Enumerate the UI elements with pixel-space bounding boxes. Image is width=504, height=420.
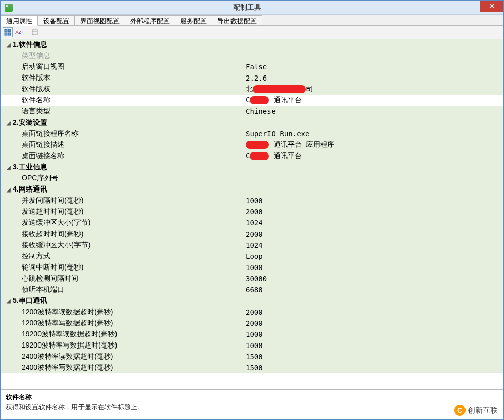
property-value[interactable]: 30000 bbox=[244, 275, 503, 283]
property-row[interactable]: 发送超时时间(毫秒)2000 bbox=[1, 206, 503, 217]
close-button[interactable]: ✕ bbox=[480, 1, 503, 12]
tab-4[interactable]: 服务配置 bbox=[175, 15, 212, 25]
svg-rect-0 bbox=[5, 29, 7, 32]
property-row[interactable]: 2400波特率写数据超时(毫秒)1500 bbox=[1, 362, 503, 373]
property-value[interactable]: 北XXXXXXXXXXXX司 bbox=[244, 85, 503, 94]
property-row[interactable]: 侦听本机端口6688 bbox=[1, 284, 503, 295]
property-value[interactable]: XXXXX 通讯平台 应用程序 bbox=[244, 140, 503, 149]
property-value[interactable]: SuperIO_Run.exe bbox=[244, 130, 503, 138]
property-row[interactable]: 轮询中断时间(毫秒)1000 bbox=[1, 262, 503, 273]
property-row[interactable]: 软件名称CXXXX 通讯平台 bbox=[1, 95, 503, 106]
category-row[interactable]: ◢ 3.工业信息 bbox=[1, 162, 503, 173]
property-row[interactable]: 2400波特率读数据超时(毫秒)1500 bbox=[1, 351, 503, 362]
property-row[interactable]: 1200波特率读数据超时(毫秒)2000 bbox=[1, 307, 503, 318]
property-value[interactable]: Chinese bbox=[244, 107, 503, 116]
redaction-mark: XXXXX bbox=[246, 141, 269, 149]
property-row[interactable]: OPC序列号 bbox=[1, 173, 503, 184]
property-label: 发送缓冲区大小(字节) bbox=[22, 218, 90, 227]
property-label: 桌面链接描述 bbox=[22, 140, 64, 149]
tab-3[interactable]: 外部程序配置 bbox=[125, 15, 175, 25]
property-label: 发送超时时间(毫秒) bbox=[22, 207, 83, 216]
property-row[interactable]: 控制方式Loop bbox=[1, 251, 503, 262]
property-row[interactable]: 桌面链接程序名称SuperIO_Run.exe bbox=[1, 128, 503, 139]
property-pages-button[interactable] bbox=[30, 27, 40, 37]
collapse-icon[interactable]: ◢ bbox=[6, 42, 12, 48]
alphabetical-view-button[interactable]: AZ↓ bbox=[14, 27, 24, 37]
property-row[interactable]: 启动窗口视图False bbox=[1, 61, 503, 72]
property-value[interactable]: 2000 bbox=[244, 230, 503, 238]
property-value[interactable]: False bbox=[244, 63, 503, 71]
property-label: 心跳检测间隔时间 bbox=[22, 274, 79, 283]
property-row[interactable]: 语言类型Chinese bbox=[1, 106, 503, 117]
logo-text: 创新互联 bbox=[468, 406, 498, 415]
svg-rect-2 bbox=[5, 33, 7, 35]
property-label: 19200波特率写数据超时(毫秒) bbox=[22, 341, 117, 350]
property-label: 接收超时时间(毫秒) bbox=[22, 230, 83, 239]
property-row[interactable]: 接收超时时间(毫秒)2000 bbox=[1, 228, 503, 240]
property-row[interactable]: 心跳检测间隔时间30000 bbox=[1, 273, 503, 284]
property-label: 控制方式 bbox=[22, 252, 50, 261]
property-value[interactable]: 1500 bbox=[244, 364, 503, 372]
titlebar[interactable]: 配制工具 ✕ bbox=[1, 1, 503, 15]
window-title: 配制工具 bbox=[16, 3, 503, 12]
property-value[interactable]: 1024 bbox=[244, 219, 503, 227]
property-value[interactable]: 1000 bbox=[244, 197, 503, 205]
property-label: 语言类型 bbox=[22, 107, 50, 116]
redaction-mark: XXXX bbox=[250, 152, 269, 160]
property-value[interactable]: 2000 bbox=[244, 208, 503, 216]
tab-0[interactable]: 通用属性 bbox=[1, 15, 38, 26]
property-label: 软件名称 bbox=[22, 96, 50, 105]
property-value[interactable]: CXXXX 通讯平台 bbox=[244, 151, 503, 161]
property-value[interactable]: 1000 bbox=[244, 341, 503, 350]
property-value[interactable]: 2000 bbox=[244, 319, 503, 327]
property-row[interactable]: 接收缓冲区大小(字节)1024 bbox=[1, 240, 503, 251]
property-value[interactable]: 6688 bbox=[244, 286, 503, 294]
collapse-icon[interactable]: ◢ bbox=[6, 165, 12, 170]
property-label: 桌面链接程序名称 bbox=[22, 129, 79, 138]
property-label: 软件版权 bbox=[22, 85, 50, 94]
property-label: 软件版本 bbox=[22, 73, 50, 83]
property-row[interactable]: 1200波特率写数据超时(毫秒)2000 bbox=[1, 318, 503, 329]
collapse-icon[interactable]: ◢ bbox=[6, 298, 12, 304]
property-row[interactable]: 软件版本2.2.6 bbox=[1, 72, 503, 84]
property-row[interactable]: 软件版权北XXXXXXXXXXXX司 bbox=[1, 84, 503, 95]
property-row[interactable]: 桌面链接描述XXXXX 通讯平台 应用程序 bbox=[1, 139, 503, 150]
property-row[interactable]: 并发间隔时间(毫秒)1000 bbox=[1, 195, 503, 206]
category-row[interactable]: ◢ 4.网络通讯 bbox=[1, 184, 503, 195]
description-panel: 软件名称 获得和设置软件名称，用于显示在软件标题上。 bbox=[1, 389, 503, 419]
tab-strip: 通用属性设备配置界面视图配置外部程序配置服务配置导出数据配置 bbox=[1, 15, 503, 26]
category-title: 2.安装设置 bbox=[13, 118, 47, 127]
tab-2[interactable]: 界面视图配置 bbox=[74, 15, 125, 25]
property-label: 2400波特率读数据超时(毫秒) bbox=[22, 352, 113, 361]
categorized-view-button[interactable] bbox=[3, 27, 13, 37]
property-value[interactable]: Loop bbox=[244, 252, 503, 260]
category-row[interactable]: ◢ 2.安装设置 bbox=[1, 117, 503, 128]
property-value[interactable]: 1000 bbox=[244, 330, 503, 338]
property-grid-body[interactable]: ◢ 1.软件信息类型信息启动窗口视图False软件版本2.2.6软件版权北XXX… bbox=[1, 39, 503, 389]
property-row[interactable]: 发送缓冲区大小(字节)1024 bbox=[1, 217, 503, 228]
property-row[interactable]: 类型信息 bbox=[1, 50, 503, 61]
svg-rect-1 bbox=[8, 29, 11, 32]
property-value[interactable]: 1000 bbox=[244, 263, 503, 272]
redaction-mark: XXXX bbox=[250, 96, 269, 104]
property-label: 19200波特率读数据超时(毫秒) bbox=[22, 330, 117, 339]
category-row[interactable]: ◢ 1.软件信息 bbox=[1, 39, 503, 50]
svg-rect-4 bbox=[32, 30, 37, 35]
tab-1[interactable]: 设备配置 bbox=[37, 15, 75, 25]
config-tool-window: 配制工具 ✕ 通用属性设备配置界面视图配置外部程序配置服务配置导出数据配置 AZ… bbox=[0, 0, 504, 420]
property-row[interactable]: 桌面链接名称CXXXX 通讯平台 bbox=[1, 150, 503, 162]
svg-rect-3 bbox=[8, 33, 11, 35]
property-row[interactable]: 19200波特率读数据超时(毫秒)1000 bbox=[1, 329, 503, 340]
property-row[interactable]: 19200波特率写数据超时(毫秒)1000 bbox=[1, 340, 503, 351]
property-value[interactable]: 1024 bbox=[244, 241, 503, 249]
tab-5[interactable]: 导出数据配置 bbox=[212, 15, 262, 25]
property-label: 接收缓冲区大小(字节) bbox=[22, 241, 90, 250]
collapse-icon[interactable]: ◢ bbox=[6, 187, 12, 193]
property-value[interactable]: 1500 bbox=[244, 353, 503, 361]
property-value[interactable]: CXXXX 通讯平台 bbox=[244, 96, 503, 105]
category-row[interactable]: ◢ 5.串口通讯 bbox=[1, 295, 503, 307]
property-label: OPC序列号 bbox=[22, 174, 58, 183]
property-value[interactable]: 2.2.6 bbox=[244, 74, 503, 82]
property-value[interactable]: 2000 bbox=[244, 308, 503, 316]
collapse-icon[interactable]: ◢ bbox=[6, 120, 12, 126]
